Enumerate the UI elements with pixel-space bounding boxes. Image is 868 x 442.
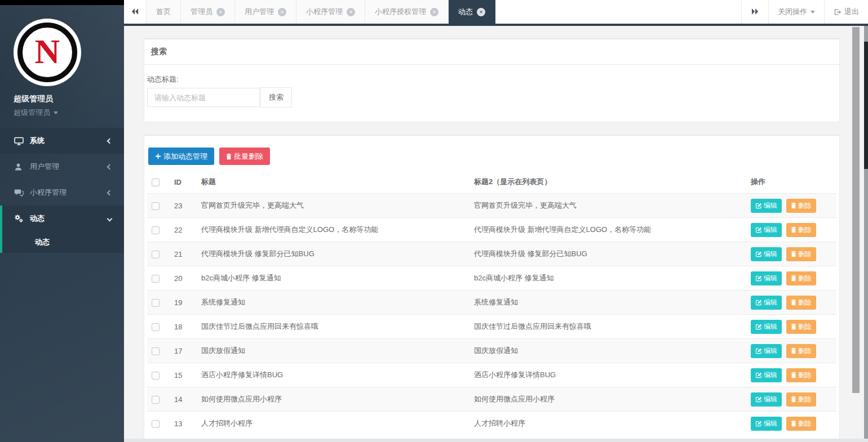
nav-tab[interactable]: 小程序管理 × — [296, 0, 365, 24]
edit-button[interactable]: 编辑 — [751, 392, 782, 407]
search-input[interactable] — [147, 88, 260, 107]
row-checkbox[interactable] — [152, 226, 160, 234]
row-checkbox[interactable] — [152, 202, 160, 210]
desktop-icon — [14, 137, 24, 145]
delete-button[interactable]: 删除 — [786, 344, 816, 358]
sidebar-menu-item[interactable]: 系统 — [0, 128, 124, 154]
profile-role-label: 超级管理员 — [14, 108, 50, 118]
tab-close-icon[interactable]: × — [430, 8, 439, 16]
row-checkbox[interactable] — [152, 396, 160, 404]
tab-label: 小程序授权管理 — [375, 7, 426, 17]
edit-icon — [755, 347, 762, 354]
tab-close-icon[interactable]: × — [216, 8, 225, 16]
edit-button[interactable]: 编辑 — [751, 417, 782, 431]
delete-button[interactable]: 删除 — [786, 417, 816, 431]
delete-button[interactable]: 删除 — [786, 271, 816, 285]
delete-button[interactable]: 删除 — [786, 296, 816, 310]
batch-delete-button[interactable]: 批量删除 — [219, 148, 270, 165]
row-id: 17 — [170, 339, 197, 363]
table-row: 19 系统修复通知 系统修复通知 编辑 删除 — [147, 291, 836, 315]
row-id: 18 — [170, 315, 197, 339]
nav-tab[interactable]: 动态 × — [449, 0, 495, 24]
row-checkbox[interactable] — [152, 323, 160, 331]
double-chevron-right-icon — [751, 7, 759, 17]
trash-icon — [791, 299, 796, 306]
sidebar-item-label: 系统 — [30, 136, 45, 146]
row-checkbox[interactable] — [152, 372, 160, 380]
delete-button[interactable]: 删除 — [786, 392, 816, 407]
row-title: 官网首页升级完毕，更高端大气 — [197, 194, 470, 218]
row-id: 20 — [170, 266, 197, 291]
tab-label: 首页 — [156, 7, 171, 17]
column-header-title: 标题 — [197, 171, 470, 194]
search-panel-title: 搜索 — [144, 39, 839, 65]
tab-close-icon[interactable]: × — [477, 8, 485, 16]
delete-button[interactable]: 删除 — [786, 247, 816, 261]
delete-button[interactable]: 删除 — [786, 320, 816, 334]
logout-button[interactable]: 退出 — [824, 0, 868, 24]
column-header-title2: 标题2（显示在列表页） — [470, 171, 746, 194]
row-checkbox[interactable] — [152, 275, 160, 283]
row-title2: 系统修复通知 — [470, 291, 746, 315]
delete-button[interactable]: 删除 — [786, 223, 816, 237]
caret-down-icon — [811, 11, 815, 14]
edit-icon — [755, 323, 762, 330]
nav-tab[interactable]: 小程序授权管理 × — [365, 0, 449, 24]
row-checkbox[interactable] — [152, 251, 160, 258]
comments-icon — [14, 189, 24, 197]
nav-tab[interactable]: 管理员 × — [181, 0, 235, 24]
collapse-tabs-left-button[interactable] — [124, 0, 147, 24]
edit-button[interactable]: 编辑 — [751, 223, 782, 237]
tab-label: 用户管理 — [245, 7, 274, 17]
tab-label: 动态 — [458, 7, 473, 17]
nav-tab[interactable]: 用户管理 × — [235, 0, 296, 24]
edit-button[interactable]: 编辑 — [751, 344, 782, 358]
window-scrollbar-thumb[interactable] — [864, 42, 868, 169]
sidebar-item-label: 小程序管理 — [30, 187, 67, 198]
tab-close-icon[interactable]: × — [278, 8, 286, 16]
delete-button[interactable]: 删除 — [786, 368, 816, 382]
table-row: 22 代理商模块升级 新增代理商自定义LOGO，名称等功能 代理商模块升级 新增… — [147, 218, 836, 242]
user-icon — [14, 163, 24, 171]
logo-ring: N — [17, 23, 77, 82]
row-title2: b2c商城小程序 修复通知 — [470, 266, 746, 291]
edit-button[interactable]: 编辑 — [751, 296, 782, 310]
row-checkbox[interactable] — [152, 420, 160, 428]
sidebar-menu-item[interactable]: 小程序管理 — [0, 180, 124, 206]
row-title: 系统修复通知 — [197, 291, 470, 315]
tab-label: 管理员 — [191, 7, 212, 17]
window-scrollbar-track[interactable] — [864, 26, 868, 439]
row-checkbox[interactable] — [152, 299, 160, 307]
edit-button[interactable]: 编辑 — [751, 271, 782, 285]
tab-close-icon[interactable]: × — [347, 8, 355, 16]
content-scrollbar-thumb[interactable] — [852, 27, 860, 393]
search-button[interactable]: 搜索 — [260, 87, 292, 108]
profile-name: 超级管理员 — [14, 94, 110, 104]
sidebar: N 超级管理员 超级管理员 系统 用户管理 小程序管理 动态 动态 — [0, 0, 124, 442]
records-table: ID 标题 标题2（显示在列表页） 操作 23 官网首页升级完毕，更高端大气 官… — [147, 171, 836, 436]
edit-button[interactable]: 编辑 — [751, 199, 782, 213]
add-record-button[interactable]: 添加动态管理 — [148, 148, 214, 165]
list-panel: 添加动态管理 批量删除 ID 标题 标题2（显示在列表页） 操作 23 官网首页… — [144, 135, 840, 442]
edit-icon — [755, 420, 762, 427]
delete-button[interactable]: 删除 — [786, 199, 816, 213]
content-scrollbar-track[interactable] — [851, 26, 861, 439]
caret-down-icon — [54, 111, 58, 114]
chevron-left-icon — [107, 138, 113, 144]
scroll-tabs-right-button[interactable] — [741, 0, 768, 24]
sidebar-menu-item[interactable]: 动态 — [0, 206, 124, 231]
row-checkbox[interactable] — [152, 347, 160, 355]
edit-button[interactable]: 编辑 — [751, 368, 782, 382]
row-title2: 人才招聘小程序 — [470, 412, 746, 436]
nav-tab[interactable]: 首页 — [147, 0, 181, 24]
table-row: 21 代理商模块升级 修复部分已知BUG 代理商模块升级 修复部分已知BUG 编… — [147, 242, 836, 266]
sidebar-menu-item[interactable]: 用户管理 — [0, 154, 124, 180]
profile-role-dropdown[interactable]: 超级管理员 — [14, 108, 110, 118]
edit-button[interactable]: 编辑 — [751, 320, 782, 334]
horizontal-scrollbar-track[interactable] — [124, 439, 868, 442]
brand-logo: N — [14, 19, 81, 86]
edit-button[interactable]: 编辑 — [751, 247, 782, 261]
close-operations-dropdown[interactable]: 关闭操作 — [768, 0, 824, 24]
select-all-checkbox[interactable] — [152, 178, 160, 186]
sidebar-menu-item[interactable]: 动态 — [0, 231, 124, 253]
